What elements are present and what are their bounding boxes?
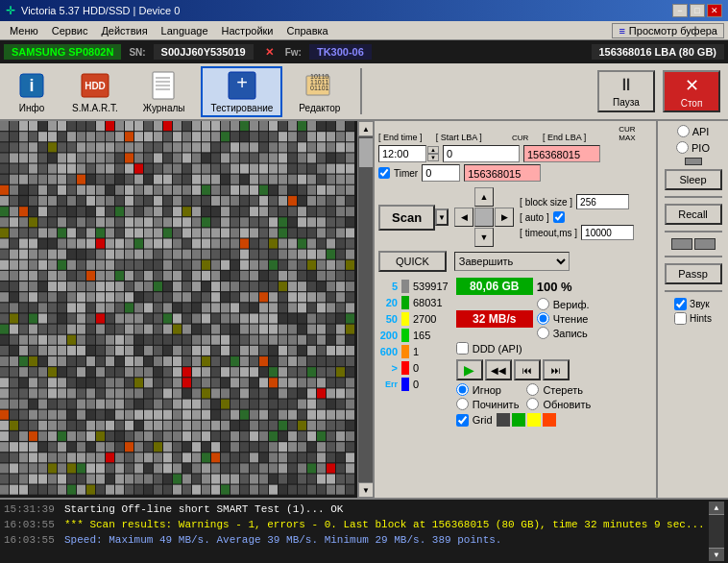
erase-label: Стереть <box>543 384 583 396</box>
hints-checkbox[interactable] <box>674 312 687 325</box>
timeout-input[interactable] <box>581 225 634 240</box>
fix-radio[interactable] <box>456 398 469 410</box>
fw-label: Fw: <box>285 47 302 58</box>
grid-scrollbar[interactable]: ▲ ▼ <box>357 121 373 498</box>
ddd-checkbox[interactable] <box>456 342 469 355</box>
update-radio[interactable] <box>526 398 539 410</box>
stat-row-2: 50 2700 <box>378 312 449 326</box>
start-lba-header: [ Start LBA ] <box>436 133 508 142</box>
stat-bar-6 <box>401 378 409 391</box>
quick-button[interactable]: QUICK <box>378 251 447 272</box>
start-lba-input[interactable] <box>443 145 520 162</box>
stat-val-2: 2700 <box>413 313 436 325</box>
play-button[interactable]: ▶ <box>456 359 483 380</box>
block-size-label: [ block size ] <box>520 197 572 208</box>
log-scrollbar[interactable]: ▲ ▼ <box>709 502 724 561</box>
sn-label: SN: <box>129 47 145 58</box>
end-time-header: [ End time ] <box>378 133 428 142</box>
stats-panel: 5 539917 20 68031 50 2700 200 16 <box>378 278 449 427</box>
pause-button[interactable]: ⏸ Пауза <box>597 70 655 112</box>
nav-left-button[interactable]: ◀ <box>454 208 473 227</box>
svg-text:+: + <box>236 72 248 93</box>
main-area: ▲ ▼ [ End time ] [ Start LBA ] CUR [ End… <box>0 121 728 498</box>
nav-up-button[interactable]: ▲ <box>474 187 494 207</box>
titlebar: ✛ Victoria 5.37 HDD/SSD | Device 0 − □ ✕ <box>0 0 728 21</box>
auto-label: [ auto ] <box>520 212 549 223</box>
rewind-button[interactable]: ◀◀ <box>485 359 512 380</box>
finish-select[interactable]: Завершить <box>454 252 570 271</box>
log-time-2: 16:03:55 <box>4 532 57 548</box>
api-label: API <box>692 126 710 137</box>
menu-item-service[interactable]: Сервис <box>46 24 94 37</box>
journals-label: Журналы <box>143 103 185 113</box>
menu-item-menu[interactable]: Меню <box>4 24 44 37</box>
maximize-button[interactable]: □ <box>690 4 705 17</box>
hints-label: Hints <box>690 313 712 324</box>
update-label: Обновить <box>543 399 591 410</box>
scroll-down-button[interactable]: ▼ <box>358 482 374 498</box>
menu-item-settings[interactable]: Настройки <box>216 24 279 37</box>
write-radio-item: Запись <box>537 327 590 339</box>
grid-checkbox[interactable] <box>456 414 469 427</box>
end-lba-value2: 156368015 <box>468 168 521 180</box>
time-spinner: ▲ ▼ <box>427 146 439 161</box>
erase-radio[interactable] <box>526 383 539 396</box>
journals-icon <box>149 70 180 101</box>
passp-button[interactable]: Passp <box>665 263 722 284</box>
ignore-radio[interactable] <box>456 383 469 396</box>
skip-prev-button[interactable]: ⏮ <box>514 359 541 380</box>
sn-close-icon[interactable]: ✕ <box>261 46 278 59</box>
menu-item-help[interactable]: Справка <box>281 24 334 37</box>
timer-input[interactable] <box>422 164 460 182</box>
side-panel: API PIO Sleep Recall Passp Звук Hints <box>656 121 728 498</box>
tool-smart[interactable]: HDD S.M.A.R.T. <box>63 67 127 116</box>
tool-test[interactable]: + Тестирование <box>201 66 282 117</box>
menu-item-language[interactable]: Language <box>156 24 214 37</box>
recall-button[interactable]: Recall <box>665 204 722 225</box>
block-size-row: [ block size ] <box>520 194 634 209</box>
stat-bar-4 <box>401 345 409 358</box>
nav-diamond: ▲ ◀ ▶ ▼ <box>454 187 514 247</box>
nav-down-button[interactable]: ▼ <box>474 228 494 247</box>
scroll-up-button[interactable]: ▲ <box>358 121 374 136</box>
nav-right-button[interactable]: ▶ <box>495 208 514 227</box>
tool-journals[interactable]: Журналы <box>134 67 194 116</box>
end-lba-value2-box: 156368015 <box>464 164 541 182</box>
stop-button[interactable]: ✕ Стоп <box>663 70 720 112</box>
menu-item-actions[interactable]: Действия <box>95 24 153 37</box>
ddd-label: DDD (API) <box>473 343 522 355</box>
sleep-button[interactable]: Sleep <box>665 169 722 190</box>
nav-center-button[interactable] <box>474 208 494 227</box>
timer-label: Timer <box>394 168 418 179</box>
stat-val-1: 68031 <box>413 297 443 308</box>
sound-checkbox[interactable] <box>674 298 687 310</box>
speed-panel: 80,06 GB 100 % 32 MB/s Вериф. Чтение <box>456 278 591 427</box>
skip-next-button[interactable]: ⏭ <box>543 359 570 380</box>
api-radio[interactable] <box>677 125 690 137</box>
log-scroll-up[interactable]: ▲ <box>709 502 724 515</box>
tool-editor[interactable]: 101101101101101 Редактор <box>290 67 349 116</box>
pio-radio[interactable] <box>676 141 689 154</box>
grid-area: ▲ ▼ <box>0 121 375 498</box>
write-radio[interactable] <box>537 327 549 339</box>
block-size-input[interactable] <box>576 194 629 209</box>
pct-display: 100 % <box>537 280 572 294</box>
time-up-button[interactable]: ▲ <box>427 146 439 154</box>
scan-dropdown-button[interactable]: ▼ <box>435 208 449 226</box>
log-scroll-down[interactable]: ▼ <box>709 548 724 561</box>
fix-label: Починить <box>473 399 520 410</box>
auto-checkbox[interactable] <box>553 211 565 223</box>
verif-radio[interactable] <box>537 298 549 310</box>
editor-label: Редактор <box>299 103 340 113</box>
end-time-input[interactable] <box>378 145 426 162</box>
tool-info[interactable]: i Инфо <box>8 67 56 116</box>
verif-radio-item: Вериф. <box>537 298 590 310</box>
transport-buttons: ▶ ◀◀ ⏮ ⏭ <box>456 359 591 380</box>
buffer-button[interactable]: ≡ Просмотр буфера <box>612 23 724 38</box>
close-button[interactable]: ✕ <box>707 4 722 17</box>
minimize-button[interactable]: − <box>672 4 688 17</box>
read-radio[interactable] <box>537 312 549 325</box>
time-down-button[interactable]: ▼ <box>427 154 439 161</box>
scan-button[interactable]: Scan <box>378 205 435 231</box>
timer-checkbox[interactable] <box>378 167 390 179</box>
